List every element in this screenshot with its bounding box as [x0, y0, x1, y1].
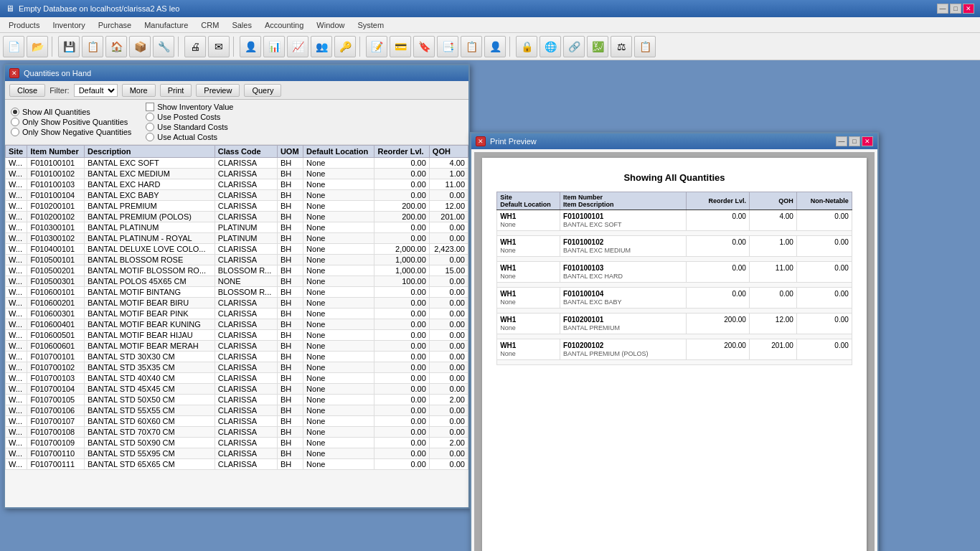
toolbar-btn-24[interactable]: 💹 [587, 36, 608, 57]
table-cell: BH [277, 244, 303, 255]
toolbar-btn-20[interactable]: 👤 [484, 36, 506, 57]
table-cell: 0.00 [374, 319, 429, 330]
table-row[interactable]: W...F010200102BANTAL PREMIUM (POLOS)CLAR… [6, 212, 468, 222]
preview-minimize[interactable]: — [836, 136, 847, 146]
table-row[interactable]: W...F010700109BANTAL STD 50X90 CMCLARISS… [6, 438, 468, 448]
menu-purchase[interactable]: Purchase [93, 19, 137, 31]
table-row[interactable]: W...F010700102BANTAL STD 35X35 CMCLARISS… [6, 362, 468, 373]
close-button[interactable]: Close [9, 84, 45, 97]
table-row[interactable]: W...F010300101BANTAL PLATINUMPLATINUMBHN… [6, 222, 468, 233]
toolbar-btn-12[interactable]: 📈 [287, 36, 308, 57]
table-row[interactable]: W...F010100102BANTAL EXC MEDIUMCLARISSAB… [6, 169, 468, 179]
toolbar-btn-22[interactable]: 🌐 [540, 36, 561, 57]
show-inventory-check[interactable]: Show Inventory Value [146, 103, 233, 111]
menu-inventory[interactable]: Inventory [47, 19, 90, 31]
toolbar-btn-9[interactable]: ✉ [208, 36, 230, 57]
table-row[interactable]: W...F010200101BANTAL PREMIUMCLARISSABHNo… [6, 201, 468, 212]
query-button[interactable]: Query [244, 84, 281, 97]
table-row[interactable]: W...F010100104BANTAL EXC BABYCLARISSABHN… [6, 190, 468, 201]
toolbar-btn-23[interactable]: 🔗 [563, 36, 585, 57]
toolbar-btn-3[interactable]: 💾 [58, 36, 80, 57]
minimize-button[interactable]: — [937, 4, 948, 14]
table-row[interactable]: W...F010600301BANTAL MOTIF BEAR PINKCLAR… [6, 309, 468, 319]
table-row[interactable]: W...F010700104BANTAL STD 45X45 CMCLARISS… [6, 384, 468, 395]
preview-spacer-row [497, 334, 852, 339]
actual-costs-check[interactable]: Use Actual Costs [146, 133, 233, 141]
table-cell: None [303, 169, 374, 179]
toolbar-btn-13[interactable]: 👥 [311, 36, 332, 57]
table-cell: BANTAL MOTIF BEAR HIJAU [85, 330, 215, 341]
preview-button[interactable]: Preview [196, 84, 240, 97]
toolbar-btn-26[interactable]: 📋 [634, 36, 656, 57]
toolbar-btn-11[interactable]: 📊 [263, 36, 285, 57]
table-row[interactable]: W...F010600601BANTAL MOTIF BEAR MERAHCLA… [6, 341, 468, 352]
toolbar-btn-18[interactable]: 📑 [437, 36, 458, 57]
close-button[interactable]: ✕ [963, 4, 974, 14]
table-row[interactable]: W...F010500301BANTAL POLOS 45X65 CMNONEB… [6, 276, 468, 287]
table-row[interactable]: W...F010600501BANTAL MOTIF BEAR HIJAUCLA… [6, 330, 468, 341]
toolbar-btn-8[interactable]: 🖨 [184, 36, 206, 57]
toolbar-btn-6[interactable]: 📦 [129, 36, 151, 57]
table-row[interactable]: W...F010600101BANTAL MOTIF BINTANGBLOSSO… [6, 287, 468, 298]
table-cell: None [303, 222, 374, 233]
positive-radio[interactable]: Only Show Positive Quantities [11, 118, 131, 126]
table-row[interactable]: W...F010700106BANTAL STD 55X55 CMCLARISS… [6, 405, 468, 416]
table-row[interactable]: W...F010700110BANTAL STD 55X95 CMCLARISS… [6, 448, 468, 459]
preview-close-btn[interactable]: ✕ [862, 136, 873, 146]
table-row[interactable]: W...F010700101BANTAL STD 30X30 CMCLARISS… [6, 352, 468, 362]
menu-accounting[interactable]: Accounting [259, 19, 309, 31]
menu-sales[interactable]: Sales [226, 19, 258, 31]
toolbar-btn-19[interactable]: 📋 [461, 36, 482, 57]
table-cell: W... [6, 384, 27, 395]
posted-costs-check[interactable]: Use Posted Costs [146, 113, 233, 121]
table-cell: CLARISSA [215, 341, 277, 352]
toolbar-btn-14[interactable]: 🔑 [334, 36, 356, 57]
menu-crm[interactable]: CRM [195, 19, 225, 31]
preview-title: Print Preview [490, 137, 537, 146]
table-cell: BANTAL PREMIUM [85, 201, 215, 212]
toolbar-btn-17[interactable]: 🔖 [413, 36, 435, 57]
table-cell: BH [277, 395, 303, 405]
preview-close-icon[interactable]: ✕ [476, 136, 486, 146]
table-cell: NONE [215, 276, 277, 287]
table-row[interactable]: W...F010100101BANTAL EXC SOFTCLARISSABHN… [6, 158, 468, 169]
toolbar-btn-25[interactable]: ⚖ [611, 36, 632, 57]
table-row[interactable]: W...F010600201BANTAL MOTIF BEAR BIRUCLAR… [6, 298, 468, 309]
menu-system[interactable]: System [352, 19, 390, 31]
table-row[interactable]: W...F010300102BANTAL PLATINUM - ROYALPLA… [6, 233, 468, 244]
table-row[interactable]: W...F010700107BANTAL STD 60X60 CMCLARISS… [6, 416, 468, 427]
menu-manufacture[interactable]: Manufacture [138, 19, 194, 31]
preview-maximize[interactable]: □ [849, 136, 860, 146]
maximize-button[interactable]: □ [950, 4, 961, 14]
toolbar-btn-15[interactable]: 📝 [366, 36, 387, 57]
table-row[interactable]: W...F010600401BANTAL MOTIF BEAR KUNINGCL… [6, 319, 468, 330]
table-row[interactable]: W...F010500101BANTAL BLOSSOM ROSECLARISS… [6, 255, 468, 265]
print-button[interactable]: Print [160, 84, 192, 97]
toolbar-btn-5[interactable]: 🏠 [105, 36, 127, 57]
toolbar-btn-4[interactable]: 📋 [82, 36, 103, 57]
standard-costs-check[interactable]: Use Standard Costs [146, 123, 233, 131]
table-row[interactable]: W...F010400101BANTAL DELUXE LOVE COLO...… [6, 244, 468, 255]
table-row[interactable]: W...F010700103BANTAL STD 40X40 CMCLARISS… [6, 373, 468, 384]
toolbar-btn-10[interactable]: 👤 [240, 36, 261, 57]
table-row[interactable]: W...F010700105BANTAL STD 50X50 CMCLARISS… [6, 395, 468, 405]
toolbar-btn-7[interactable]: 🔧 [153, 36, 174, 57]
table-row[interactable]: W...F010700108BANTAL STD 70X70 CMCLARISS… [6, 427, 468, 438]
menu-products[interactable]: Products [3, 19, 45, 31]
preview-content[interactable]: Showing All Quantities Site Default Loca… [474, 152, 875, 551]
show-all-radio[interactable]: Show All Quantities [11, 108, 131, 116]
filter-select[interactable]: Default [74, 84, 118, 97]
table-row[interactable]: W...F010100103BANTAL EXC HARDCLARISSABHN… [6, 179, 468, 190]
toolbar-btn-21[interactable]: 🔒 [516, 36, 537, 57]
table-cell: BANTAL STD 65X65 CM [85, 459, 215, 470]
menu-window[interactable]: Window [311, 19, 350, 31]
negative-radio[interactable]: Only Show Negative Quantities [11, 128, 131, 136]
qoh-table-container[interactable]: Site Item Number Description Class Code … [5, 145, 468, 529]
table-row[interactable]: W...F010500201BANTAL MOTIF BLOSSOM RO...… [6, 265, 468, 276]
qoh-close-icon[interactable]: ✕ [9, 68, 19, 78]
table-row[interactable]: W...F010700111BANTAL STD 65X65 CMCLARISS… [6, 459, 468, 470]
more-button[interactable]: More [122, 84, 156, 97]
toolbar-btn-2[interactable]: 📂 [27, 36, 48, 57]
toolbar-btn-1[interactable]: 📄 [3, 36, 24, 57]
toolbar-btn-16[interactable]: 💳 [390, 36, 411, 57]
